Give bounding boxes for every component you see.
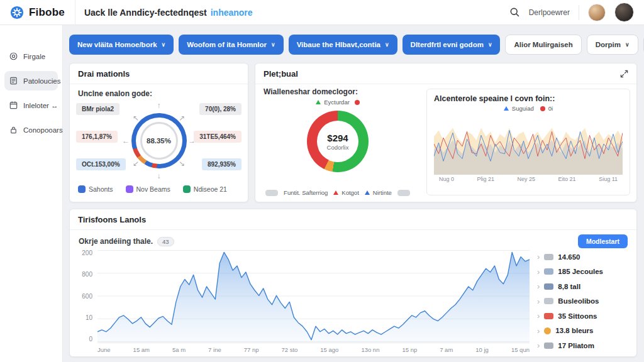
metric-icon xyxy=(544,268,553,275)
overview-card-title: Plet;bual xyxy=(264,69,298,79)
spark-x-axis: Nug 0Plig 21Ney 25Eito 21Siug 11 xyxy=(434,175,623,182)
sidebar-item-patoloucies[interactable]: Patoloucies xyxy=(4,71,58,90)
header-link[interactable]: inheanore xyxy=(211,8,253,18)
app-logo[interactable]: Fibobe xyxy=(10,6,65,19)
spark-x-label: Plig 21 xyxy=(477,176,495,182)
x-axis-label: 15 np xyxy=(402,346,417,353)
gauge-card-title: Drai mationls xyxy=(78,69,130,79)
transaction-value: 8,8 tall xyxy=(558,283,580,290)
gauge-label: 31TE5,464% xyxy=(194,131,242,143)
toolbar-button[interactable]: Dorpim∨ xyxy=(587,35,638,55)
donut-subtitle: Wialleneshar domeclogor: xyxy=(264,87,412,96)
legend-label: Suguiad xyxy=(512,105,534,112)
chevron-right-icon: › xyxy=(537,297,540,305)
modlestart-button[interactable]: Modlestart xyxy=(578,234,628,248)
transaction-row[interactable]: ›35 Sittoons xyxy=(537,309,633,324)
search-icon[interactable] xyxy=(509,7,520,18)
toolbar-button[interactable]: Dlterdfrtl evni godom∨ xyxy=(402,35,501,55)
donut-chart: $294 Codorlix xyxy=(307,111,369,172)
transaction-row[interactable]: ›14.650 xyxy=(537,250,633,265)
gauge-label: 176,1,87% xyxy=(76,131,118,143)
spark-panel: Alcenterole speaine l covn foin:: Suguia… xyxy=(426,89,630,195)
arrow-icon: → xyxy=(188,136,196,145)
logo-icon xyxy=(10,6,24,19)
user-menu[interactable]: Derlpoewrer xyxy=(529,8,570,17)
toolbar-button[interactable]: Vibaue the Hlbavt,contia∨ xyxy=(289,35,397,55)
arrow-icon: ↗ xyxy=(179,114,185,123)
legend-label: Nirtinte xyxy=(373,189,392,196)
spark-legend-item-icon xyxy=(504,106,509,111)
gauge-card-subtitle: Unclne enalon gode: xyxy=(70,84,248,99)
spark-chart xyxy=(434,113,623,175)
overview-card: Plet;bual Wialleneshar domeclogor: Eyctu… xyxy=(255,63,637,202)
metric-icon xyxy=(544,313,553,319)
transactions-card-header: Tirisfoons Lanols xyxy=(70,209,636,230)
gauge-card: Drai mationls Unclne enalon gode: 88.35%… xyxy=(69,63,248,202)
donut-legend-item: Nirtinte xyxy=(365,189,392,196)
transaction-value: 17 Pliatom xyxy=(558,342,594,349)
legend-label: Kotgot xyxy=(341,189,358,196)
chevron-right-icon: › xyxy=(537,341,540,349)
avatar[interactable] xyxy=(614,3,634,22)
x-axis-label: 77 np xyxy=(244,346,259,353)
gauge-value: 88.35% xyxy=(147,137,171,145)
legend-label: Funtit. Safterriog xyxy=(284,189,328,196)
donut-legend-item-icon xyxy=(397,190,410,196)
sidebar-item-conopooars[interactable]: Conopooars xyxy=(4,120,58,140)
gauge-center: 88.35% xyxy=(140,122,178,160)
metric-icon xyxy=(544,283,553,290)
arrow-icon: ↘ xyxy=(179,159,185,168)
transactions-body: 200800600100 June15 am5a m7 ine77 np72 s… xyxy=(70,248,636,354)
x-axis-label: 15 am xyxy=(133,346,150,353)
transaction-value: Busleolibos xyxy=(558,297,599,305)
page-title-text: Uack lle Anndicy-fectednqest xyxy=(84,8,207,18)
avatar[interactable] xyxy=(588,4,606,21)
donut-legend-item-icon xyxy=(265,190,278,196)
metric-icon xyxy=(544,327,551,334)
donut-legend-item: Kotgot xyxy=(333,189,358,196)
transaction-row[interactable]: ›8,8 tall xyxy=(537,279,633,294)
donut-legend-item-icon xyxy=(316,100,321,104)
legend-label: Nov Beams xyxy=(136,185,170,193)
toolbar-button[interactable]: Woofom of ita Homnlor∨ xyxy=(179,35,284,55)
overview-card-header: Plet;bual xyxy=(255,63,636,84)
transaction-row[interactable]: ›13.8 bleurs xyxy=(537,324,633,339)
y-axis-label: 600 xyxy=(82,293,92,300)
spark-title: Alcenterole speaine l covn foin:: xyxy=(434,94,623,103)
arrow-icon: ↙ xyxy=(133,159,139,168)
header-actions: Derlpoewrer xyxy=(509,3,634,22)
gauge-label: BMr piola2 xyxy=(76,103,119,115)
transaction-row[interactable]: ›185 Jecoules xyxy=(537,265,633,280)
transaction-row[interactable]: ›17 Pliatom xyxy=(537,338,633,353)
toolbar-button-label: Dorpim xyxy=(596,41,621,48)
sidebar-item-firgale[interactable]: Firgale xyxy=(4,47,58,66)
gauge-label: OCt.153,00% xyxy=(76,158,126,170)
sidebar-item-inleloter[interactable]: Inleloter ↔ xyxy=(4,96,58,115)
toolbar-button[interactable]: New vläita Homoe/bork∨ xyxy=(69,35,174,55)
transaction-row[interactable]: ›Busleolibos xyxy=(537,294,633,309)
toolbar-button-label: Woofom of ita Homnlor xyxy=(187,41,267,48)
donut-legend-item-icon xyxy=(365,190,370,195)
metric-icon xyxy=(544,298,553,304)
chevron-right-icon: › xyxy=(537,253,540,261)
toolbar-button[interactable]: Alior Mulirgaiseh xyxy=(505,35,581,55)
expand-icon[interactable] xyxy=(620,70,628,78)
y-axis-label: 200 xyxy=(82,250,92,256)
gauge-legend-item: Sahonts xyxy=(78,185,113,193)
document-icon xyxy=(9,76,18,85)
donut-legend-bottom: Funtit. SafterriogKotgotNirtinte xyxy=(255,189,420,196)
area-chart xyxy=(97,250,530,343)
gauge-legend-item-icon xyxy=(78,185,86,193)
donut-panel: Wialleneshar domeclogor: Eycturdar $294 … xyxy=(255,84,420,202)
sidebar-item-label: Firgale xyxy=(23,53,45,60)
chevron-down-icon: ∨ xyxy=(625,41,630,48)
transaction-value: 13.8 bleurs xyxy=(555,327,593,334)
spark-legend: Suguiad0i xyxy=(434,105,623,112)
spark-x-label: Siug 11 xyxy=(599,176,618,182)
gauge-zone: 88.35% BMr piola270(0), 28%176,1,87%31TE… xyxy=(76,102,242,180)
x-axis-label: 15 qun xyxy=(511,346,530,353)
x-axis-label: June xyxy=(97,346,111,353)
gauge-ring-hole: 88.35% xyxy=(136,118,182,164)
arrow-icon: ↓ xyxy=(157,172,161,180)
spark-x-label: Eito 21 xyxy=(558,176,576,182)
